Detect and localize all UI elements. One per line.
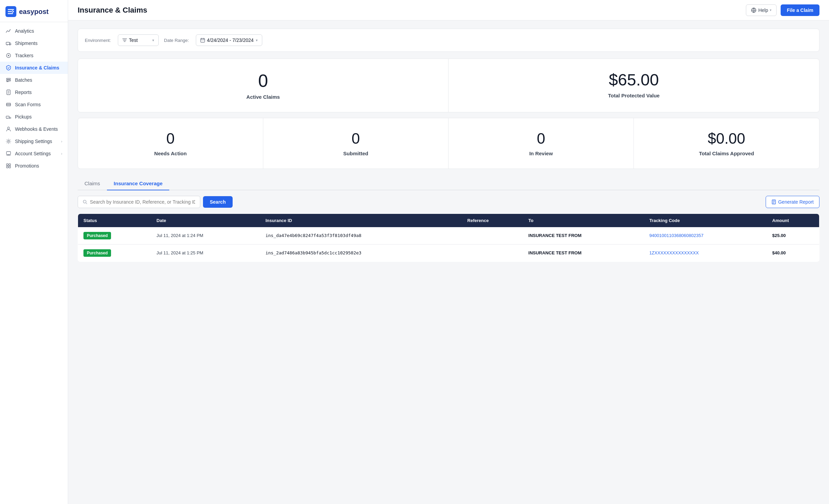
total-approved-label: Total Claims Approved (642, 151, 811, 156)
sidebar-item-batches[interactable]: Batches (0, 74, 68, 86)
sidebar-label-scanforms: Scan Forms (15, 102, 41, 107)
report-icon (771, 200, 776, 204)
filters-bar: Environment: Test ▾ Date Range: 4/24/202… (78, 29, 819, 52)
sidebar-item-reports[interactable]: Reports (0, 86, 68, 98)
search-button[interactable]: Search (203, 196, 233, 208)
table-row: Purchased Jul 11, 2024 at 1:25 PM ins_2a… (78, 244, 819, 262)
col-status: Status (78, 214, 151, 227)
svg-rect-26 (6, 166, 8, 168)
sidebar-label-account-settings: Account Settings (15, 151, 51, 156)
cell-tracking-0[interactable]: 940010011036806080235​7 (644, 227, 767, 245)
sidebar-label-promotions: Promotions (15, 163, 39, 169)
submitted-value: 0 (271, 130, 440, 147)
svg-point-6 (8, 55, 9, 56)
cell-amount-0: $25.00 (767, 227, 819, 245)
svg-rect-25 (9, 164, 11, 166)
cell-date-0: Jul 11, 2024 at 1:24 PM (151, 227, 260, 245)
in-review-value: 0 (457, 130, 625, 147)
sidebar-item-shipments[interactable]: Shipments (0, 37, 68, 49)
sidebar-item-analytics[interactable]: Analytics (0, 25, 68, 37)
cell-amount-1: $40.00 (767, 244, 819, 262)
chevron-right-icon: › (61, 139, 62, 143)
cell-status-1: Purchased (78, 244, 151, 262)
stat-total-approved: $0.00 Total Claims Approved (634, 118, 819, 168)
tab-claims[interactable]: Claims (78, 177, 107, 190)
stat-total-protected: $65.00 Total Protected Value (449, 59, 819, 112)
cell-insurance-id-1: ins_2ad7486a83b945bfa5dc1cc1029502e3 (260, 244, 462, 262)
sidebar-item-promotions[interactable]: Promotions (0, 160, 68, 172)
total-protected-label: Total Protected Value (457, 93, 811, 98)
tabs-row: Claims Insurance Coverage (78, 177, 819, 190)
col-amount: Amount (767, 214, 819, 227)
sidebar-item-scanforms[interactable]: Scan Forms (0, 98, 68, 111)
insurance-icon (5, 65, 12, 71)
scanforms-icon (5, 101, 12, 108)
submitted-label: Submitted (271, 151, 440, 156)
stats-bottom-grid: 0 Needs Action 0 Submitted 0 In Review $… (78, 118, 819, 169)
page-title: Insurance & Claims (78, 6, 147, 15)
svg-rect-7 (6, 78, 11, 79)
topbar: Insurance & Claims Help ▾ File a Claim (68, 0, 829, 20)
svg-rect-27 (9, 166, 11, 168)
help-button[interactable]: Help ▾ (746, 4, 777, 16)
col-reference: Reference (462, 214, 523, 227)
svg-rect-29 (201, 38, 205, 42)
status-badge-1: Purchased (83, 249, 111, 257)
svg-point-3 (7, 45, 7, 45)
col-to: To (523, 214, 644, 227)
stat-in-review: 0 In Review (449, 118, 634, 168)
sidebar-nav: Analytics Shipments Trackers Insurance &… (0, 22, 68, 504)
chevron-down-icon: ▾ (152, 38, 154, 43)
stat-active-claims: 0 Active Claims (78, 59, 449, 112)
svg-point-20 (8, 141, 10, 142)
sidebar-item-webhooks[interactable]: Webhooks & Events (0, 123, 68, 135)
total-protected-value: $65.00 (457, 71, 811, 89)
topbar-actions: Help ▾ File a Claim (746, 4, 819, 16)
cell-reference-0 (462, 227, 523, 245)
content-area: Environment: Test ▾ Date Range: 4/24/202… (68, 20, 829, 504)
pickups-icon (5, 114, 12, 120)
globe-icon (751, 7, 756, 13)
tab-insurance-coverage[interactable]: Insurance Coverage (107, 177, 169, 190)
stats-top-grid: 0 Active Claims $65.00 Total Protected V… (78, 59, 819, 112)
file-claim-button[interactable]: File a Claim (781, 4, 819, 16)
sidebar: easypost Analytics Shipments Trackers (0, 0, 68, 504)
svg-point-18 (7, 118, 7, 119)
chevron-right-icon-2: › (61, 152, 62, 156)
help-chevron-icon: ▾ (770, 8, 771, 12)
environment-select[interactable]: Test ▾ (118, 34, 159, 46)
svg-point-19 (10, 118, 10, 119)
reports-icon (5, 89, 12, 95)
environment-label: Environment: (85, 38, 111, 43)
search-input[interactable] (90, 199, 195, 205)
svg-rect-14 (6, 103, 11, 106)
cell-reference-1 (462, 244, 523, 262)
sidebar-label-shipping-settings: Shipping Settings (15, 139, 52, 144)
generate-report-label: Generate Report (778, 199, 814, 205)
tracking-link-0[interactable]: 940010011036806080235​7 (649, 233, 703, 238)
col-insurance-id: Insurance ID (260, 214, 462, 227)
sidebar-item-trackers[interactable]: Trackers (0, 49, 68, 62)
sidebar-item-account-settings[interactable]: Account Settings › (0, 147, 68, 160)
sidebar-label-webhooks: Webhooks & Events (15, 126, 58, 132)
sidebar-item-insurance[interactable]: Insurance & Claims (0, 62, 68, 74)
tracking-link-1[interactable]: 1ZXXXXXXXXXXXXXXX (649, 250, 699, 255)
sidebar-label-reports: Reports (15, 90, 32, 95)
svg-rect-21 (6, 152, 11, 155)
calendar-icon (200, 38, 205, 43)
logo: easypost (0, 0, 68, 22)
environment-value: Test (129, 37, 138, 43)
date-chevron-down-icon: ▾ (256, 38, 258, 43)
cell-date-1: Jul 11, 2024 at 1:25 PM (151, 244, 260, 262)
sidebar-label-trackers: Trackers (15, 53, 33, 58)
generate-report-button[interactable]: Generate Report (766, 196, 819, 208)
insurance-table: Status Date Insurance ID Reference To Tr… (78, 214, 819, 262)
sidebar-item-pickups[interactable]: Pickups (0, 111, 68, 123)
sidebar-item-shipping-settings[interactable]: Shipping Settings › (0, 135, 68, 147)
analytics-icon (5, 28, 12, 34)
date-range-select[interactable]: 4/24/2024 - 7/23/2024 ▾ (196, 34, 262, 46)
promotions-icon (5, 163, 12, 169)
main-content: Insurance & Claims Help ▾ File a Claim E… (68, 0, 829, 504)
cell-insurance-id-0: ins_da47e4b69c8247f4a53f3f8103df49a8 (260, 227, 462, 245)
cell-tracking-1[interactable]: 1ZXXXXXXXXXXXXXXX (644, 244, 767, 262)
